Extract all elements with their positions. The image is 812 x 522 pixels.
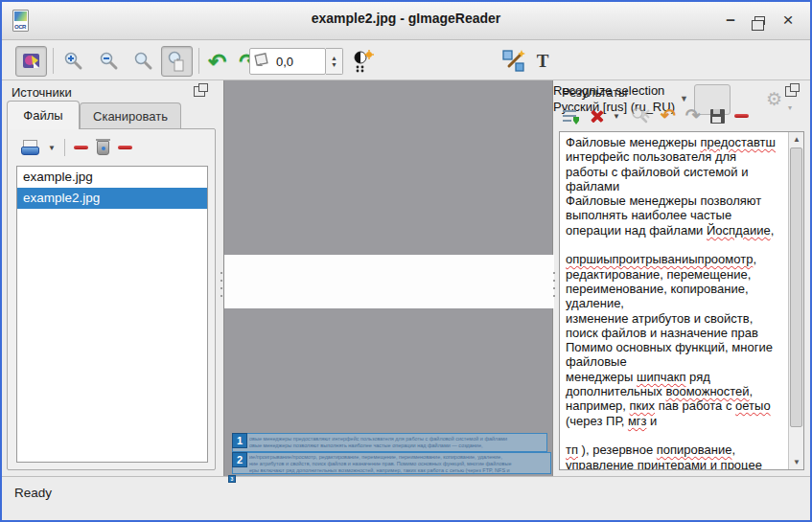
strip-formatting-button[interactable] — [590, 109, 603, 123]
zoom-out-icon — [99, 51, 120, 72]
results-panel: Результаты ▼ ↶ ↷ — [554, 80, 810, 476]
rotation-value: 0,0 — [276, 55, 293, 69]
results-scrollbar[interactable]: ▲ ▼ — [788, 132, 803, 469]
tab-files[interactable]: Файлы — [7, 101, 80, 129]
status-bar: Ready — [2, 476, 810, 520]
sources-frame: ▼ example.jpgexample2.jpg — [7, 128, 216, 470]
rotate-left-button[interactable]: ↶ — [204, 46, 231, 77]
rotation-spin-buttons[interactable]: ▲▼ — [326, 48, 343, 75]
result-text-line — [566, 428, 784, 443]
document-text-line: овые менеджеры предоставляют интерфейс п… — [249, 436, 546, 443]
image-controls-button[interactable] — [349, 46, 378, 77]
main-toolbar: ↶ ↷ 0,0 ▲▼ Режим распознавания: Про — [2, 40, 810, 80]
zoom-fit-button[interactable] — [161, 46, 193, 77]
result-text-line: опршиыпроитрываниыпроомотр, — [566, 252, 784, 266]
sources-panel: Источники Файлы Сканировать ▼ example.jp… — [2, 80, 220, 476]
result-text-line: Помимо основных функций, многие — [566, 340, 784, 354]
tab-scan[interactable]: Сканировать — [80, 102, 181, 129]
scroll-up-icon[interactable]: ▲ — [789, 132, 804, 147]
results-textarea[interactable]: Файловые менеджеры предоставтшинтерфейс … — [559, 131, 804, 470]
zoom-fit-icon — [167, 50, 188, 73]
zoom-in-button[interactable] — [59, 46, 88, 77]
result-text-line: Файловые менеджеры позволяют — [566, 193, 784, 208]
add-images-button[interactable] — [21, 140, 39, 155]
zoom-original-icon — [133, 51, 154, 72]
strip-dropdown-icon[interactable]: ▼ — [613, 112, 620, 121]
clear-images-button[interactable] — [118, 146, 132, 149]
clear-results-button[interactable] — [734, 114, 749, 118]
save-button[interactable] — [710, 109, 725, 124]
undock-icon[interactable] — [785, 86, 797, 97]
results-panel-title: Результаты — [562, 85, 627, 100]
sources-panel-title: Источники — [12, 85, 72, 100]
selection-region-1[interactable]: 1 овые менеджеры предоставляют интерфейс… — [232, 433, 547, 452]
recognize-button[interactable]: T — [531, 46, 554, 77]
image-canvas[interactable]: 1 овые менеджеры предоставляют интерфейс… — [223, 80, 553, 476]
scrollbar-thumb[interactable] — [790, 148, 802, 427]
add-images-icon-base — [21, 147, 39, 155]
result-text-line: работы с файловой системой и — [566, 165, 784, 179]
rotate-left-icon: ↶ — [208, 52, 226, 71]
magic-wand-icon — [501, 49, 526, 74]
result-text-line: например, пких пав работа с оетыо — [566, 398, 784, 413]
add-images-dropdown-icon[interactable]: ▼ — [48, 144, 56, 152]
spin-down-icon: ▼ — [331, 61, 337, 68]
append-text-button[interactable] — [562, 108, 580, 125]
list-item[interactable]: example2.jpg — [17, 188, 207, 209]
selection-tag-2: 2 — [232, 452, 247, 467]
window-title: example2.jpg - gImageReader — [2, 11, 810, 26]
selection-region-2[interactable]: 2 ие/проигрывание/просмотр, редактирован… — [232, 452, 551, 474]
redo-button[interactable]: ↷ — [685, 108, 701, 124]
zoom-in-icon — [63, 51, 84, 72]
auto-layout-button[interactable] — [499, 46, 529, 77]
close-button[interactable]: × — [776, 8, 800, 33]
result-text-line: выполнять наиболее частые — [566, 208, 784, 222]
rotation-spinbox[interactable]: 0,0 — [249, 48, 326, 75]
selection-tag-1: 1 — [232, 433, 247, 448]
app-window: OCR example2.jpg - gImageReader – × — [0, 0, 812, 522]
result-text-line: файловые — [566, 354, 784, 369]
result-text-line: интерфейс пользователя для — [566, 149, 784, 164]
toolbar-separator — [198, 48, 199, 74]
restore-button[interactable] — [747, 8, 772, 33]
results-toolbar: ▼ ↶ ↷ — [562, 103, 749, 128]
list-item[interactable]: example.jpg — [17, 167, 207, 188]
undock-icon[interactable] — [194, 86, 205, 97]
remove-image-button[interactable] — [74, 146, 88, 149]
restore-icon — [754, 16, 765, 25]
document-text-line: еры включают ряд дополнительных возможно… — [249, 467, 550, 474]
result-text-line: поиск файлов и назначение прав — [566, 326, 784, 340]
result-text-line: изменение атрибутов и свойств, — [566, 311, 784, 326]
document-text-line: ие/проигрывание/просмотр, редактирование… — [249, 454, 550, 461]
result-text-line: редактирование, перемещение, — [566, 267, 784, 282]
result-text-line: операции над файлами Йоспдаиие, — [566, 223, 784, 238]
image-icon — [22, 53, 41, 70]
status-text: Ready — [14, 486, 52, 500]
delete-image-button[interactable] — [97, 141, 109, 155]
result-text-line: файлами — [566, 179, 784, 193]
result-text-line: переименование, копирование, — [566, 282, 784, 296]
document-image[interactable]: 1 овые менеджеры предоставляют интерфейс… — [224, 255, 554, 308]
result-text-line: Файловые менеджеры предоставтш — [566, 135, 784, 149]
file-list[interactable]: example.jpgexample2.jpg — [16, 166, 208, 463]
result-text-line: менеджеры шипчакп ряд — [566, 370, 784, 384]
result-text-line — [566, 238, 784, 252]
brightness-contrast-icon — [353, 50, 374, 73]
scroll-down-icon[interactable]: ▼ — [789, 455, 804, 469]
selection-tag-3: 3 — [228, 475, 236, 483]
main-area: Источники Файлы Сканировать ▼ example.jp… — [2, 80, 810, 476]
result-text-line: тп ), резервное попирование, — [566, 443, 784, 457]
zoom-original-button[interactable] — [129, 46, 158, 77]
rotation-icon — [253, 53, 272, 70]
titlebar: OCR example2.jpg - gImageReader – × — [2, 2, 810, 40]
result-text-line: удаление, — [566, 296, 784, 310]
zoom-out-button[interactable] — [95, 46, 124, 77]
spin-up-icon: ▲ — [331, 55, 337, 61]
result-text-line: управление принтерами и процее — [566, 458, 784, 470]
sources-toolbar: ▼ — [21, 137, 132, 158]
find-replace-button[interactable] — [630, 106, 651, 125]
show-sources-toggle-button[interactable] — [15, 46, 47, 77]
undo-button[interactable]: ↶ — [661, 108, 676, 124]
minimize-button[interactable]: – — [718, 8, 743, 33]
result-text-line: дополнительных вооможностей, — [566, 384, 784, 398]
